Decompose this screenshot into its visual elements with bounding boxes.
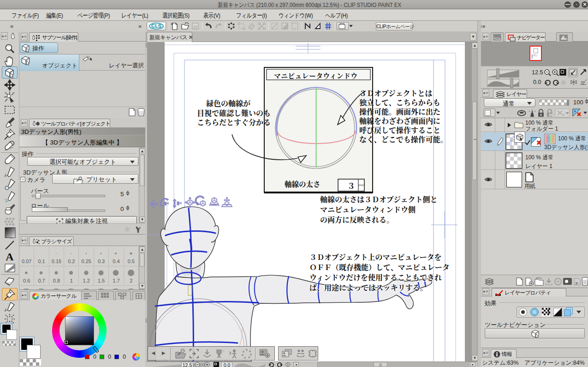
svg-text:CLS: CLS xyxy=(151,23,161,29)
svg-text:A: A xyxy=(6,251,14,263)
